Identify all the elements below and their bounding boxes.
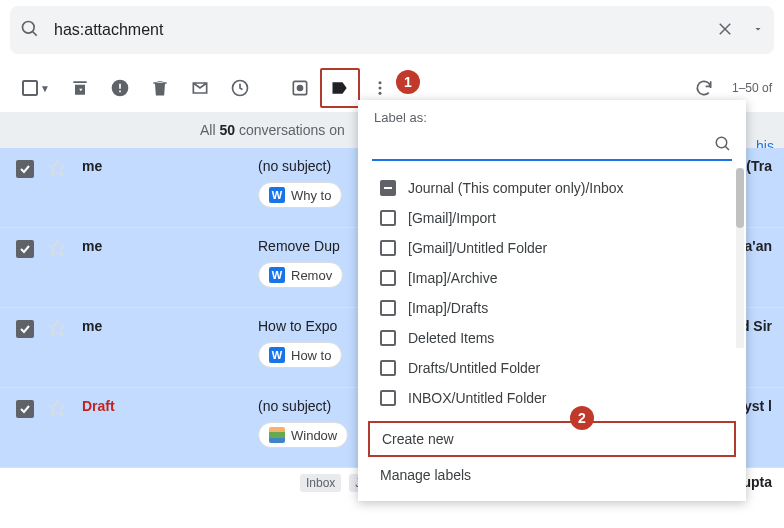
label-option[interactable]: [Gmail]/Untitled Folder bbox=[358, 233, 746, 263]
row-checkbox[interactable] bbox=[16, 320, 34, 338]
row-checkbox[interactable] bbox=[16, 240, 34, 258]
sender: me bbox=[82, 318, 258, 334]
search-options-caret-icon[interactable] bbox=[752, 22, 764, 38]
search-input[interactable] bbox=[54, 21, 716, 39]
svg-point-8 bbox=[379, 87, 382, 90]
checkbox-icon bbox=[380, 390, 396, 406]
svg-line-15 bbox=[725, 146, 729, 150]
checkbox-icon bbox=[380, 270, 396, 286]
add-to-tasks-button[interactable] bbox=[280, 68, 320, 108]
scrollbar-thumb[interactable] bbox=[736, 168, 744, 228]
manage-labels[interactable]: Manage labels bbox=[358, 457, 746, 493]
select-all-checkbox[interactable]: ▼ bbox=[12, 68, 60, 108]
checkbox-icon bbox=[380, 210, 396, 226]
sender: me bbox=[82, 158, 258, 174]
label-option[interactable]: INBOX/Untitled Folder bbox=[358, 383, 746, 413]
svg-point-14 bbox=[716, 137, 727, 148]
pagination-text: 1–50 of bbox=[732, 81, 772, 95]
svg-marker-11 bbox=[50, 241, 65, 256]
attachment-chip[interactable]: WHow to bbox=[258, 342, 342, 368]
label-option[interactable]: [Imap]/Drafts bbox=[358, 293, 746, 323]
refresh-button[interactable] bbox=[694, 78, 714, 98]
archive-button[interactable] bbox=[60, 68, 100, 108]
label-as-dropdown: Label as: Journal (This computer only)/I… bbox=[358, 100, 746, 501]
checkbox-icon bbox=[380, 240, 396, 256]
annotation-step-2: 2 bbox=[570, 406, 594, 430]
search-icon bbox=[714, 135, 732, 156]
label-option[interactable]: Drafts/Untitled Folder bbox=[358, 353, 746, 383]
svg-point-7 bbox=[379, 81, 382, 84]
search-bar bbox=[10, 6, 774, 54]
svg-line-1 bbox=[33, 31, 37, 35]
label-option[interactable]: [Gmail]/Import bbox=[358, 203, 746, 233]
create-new-label[interactable]: Create new bbox=[368, 421, 736, 457]
sender: Draft bbox=[82, 398, 258, 414]
label-options: Journal (This computer only)/Inbox [Gmai… bbox=[358, 169, 746, 417]
star-icon[interactable] bbox=[48, 399, 66, 420]
star-icon[interactable] bbox=[48, 159, 66, 180]
svg-marker-13 bbox=[50, 401, 65, 416]
word-doc-icon: W bbox=[269, 347, 285, 363]
row-tail: yst l bbox=[744, 398, 772, 414]
checkbox-icon bbox=[380, 300, 396, 316]
label-chip[interactable]: Inbox bbox=[300, 474, 341, 492]
label-option[interactable]: Journal (This computer only)/Inbox bbox=[358, 173, 746, 203]
row-checkbox[interactable] bbox=[16, 400, 34, 418]
checkbox-icon bbox=[380, 330, 396, 346]
label-option[interactable]: [Imap]/Archive bbox=[358, 263, 746, 293]
label-option[interactable]: Deleted Items bbox=[358, 323, 746, 353]
word-doc-icon: W bbox=[269, 187, 285, 203]
svg-point-9 bbox=[379, 92, 382, 95]
label-search-input[interactable] bbox=[372, 131, 714, 159]
label-search bbox=[372, 131, 732, 161]
report-spam-button[interactable] bbox=[100, 68, 140, 108]
star-icon[interactable] bbox=[48, 319, 66, 340]
dropdown-title: Label as: bbox=[358, 110, 746, 131]
star-icon[interactable] bbox=[48, 239, 66, 260]
attachment-chip[interactable]: Window bbox=[258, 422, 348, 448]
svg-marker-12 bbox=[50, 321, 65, 336]
clear-search-icon[interactable] bbox=[716, 20, 734, 41]
labels-button[interactable] bbox=[320, 68, 360, 108]
row-checkbox[interactable] bbox=[16, 160, 34, 178]
svg-point-6 bbox=[298, 86, 303, 91]
sender: me bbox=[82, 238, 258, 254]
snooze-button[interactable] bbox=[220, 68, 260, 108]
checkbox-icon bbox=[380, 360, 396, 376]
svg-marker-10 bbox=[50, 161, 65, 176]
svg-point-0 bbox=[23, 21, 35, 33]
search-icon[interactable] bbox=[20, 19, 40, 42]
row-tail: (Tra bbox=[746, 158, 772, 174]
checkbox-indeterminate-icon bbox=[380, 180, 396, 196]
mark-unread-button[interactable] bbox=[180, 68, 220, 108]
attachment-chip[interactable]: WWhy to bbox=[258, 182, 342, 208]
delete-button[interactable] bbox=[140, 68, 180, 108]
annotation-step-1: 1 bbox=[396, 70, 420, 94]
word-doc-icon: W bbox=[269, 267, 285, 283]
stack-icon bbox=[269, 427, 285, 443]
attachment-chip[interactable]: WRemov bbox=[258, 262, 343, 288]
